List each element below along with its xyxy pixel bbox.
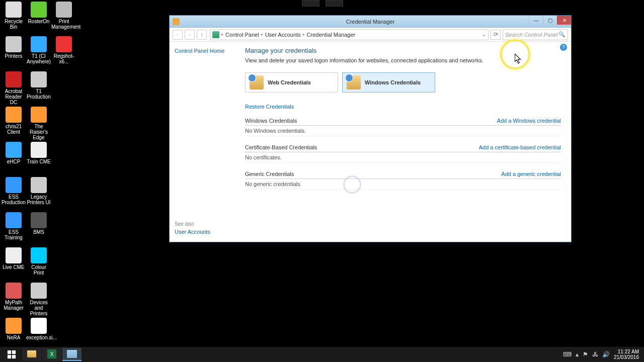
desktop-icon[interactable]: Acrobat Reader DC — [1, 71, 26, 105]
desktop-icon[interactable]: RosterOn — [26, 2, 51, 24]
tab-web-credentials[interactable]: Web Credentials — [245, 72, 338, 93]
windows-credentials-icon — [347, 75, 361, 89]
icon-label: RosterOn — [26, 19, 51, 24]
search-input[interactable]: Search Control Panel 🔍 — [503, 29, 568, 40]
control-panel-home-link[interactable]: Control Panel Home — [175, 48, 230, 54]
credential-manager-window: Credential Manager — ▢ ✕ ← → ↑ ▸ Control… — [169, 15, 572, 242]
desktop-icon[interactable]: Recycle Bin — [1, 2, 26, 30]
desktop-icon[interactable]: NeRA — [1, 318, 26, 340]
close-button[interactable]: ✕ — [557, 16, 571, 25]
back-button[interactable]: ← — [173, 30, 183, 40]
date: 21/03/2016 — [614, 354, 639, 360]
network-icon[interactable]: 🖧 — [592, 351, 598, 358]
desktop-icon[interactable]: Legacy Printers UI — [26, 177, 51, 205]
desktop-icon[interactable]: Colour Print — [26, 247, 51, 276]
svg-rect-2 — [8, 355, 11, 358]
icon-label: ESS Training — [1, 229, 26, 240]
time: 11:22 AM — [614, 349, 639, 354]
desktop-icon[interactable]: T1 Production — [26, 71, 51, 100]
crumb-control-panel[interactable]: Control Panel — [225, 32, 259, 38]
desktop-icon[interactable]: chris21 Client — [1, 107, 26, 135]
icon-label: ESS Production — [1, 194, 26, 205]
app-icon — [6, 212, 22, 228]
empty-message: No certificates. — [245, 152, 561, 163]
desktop-icon[interactable]: Regshot-x6... — [51, 36, 76, 64]
tray-up-icon[interactable]: ▴ — [576, 351, 579, 358]
crumb-credential-manager[interactable]: Credential Manager — [307, 32, 356, 38]
desktop-icon[interactable]: MyPath Manager — [1, 283, 26, 311]
desktop-icon[interactable]: Devices and Printers — [26, 283, 51, 316]
credential-section: Generic CredentialsAdd a generic credent… — [245, 171, 561, 190]
icon-label: Recycle Bin — [1, 19, 26, 30]
taskbar-excel[interactable]: X — [42, 348, 61, 361]
desktop-icon[interactable]: exception.si... — [26, 318, 51, 340]
app-icon — [31, 142, 47, 158]
keyboard-icon[interactable]: ⌨ — [563, 351, 572, 358]
action-center-icon[interactable]: ⚑ — [583, 351, 588, 358]
section-name: Generic Credentials — [245, 171, 294, 177]
add-credential-link[interactable]: Add a generic credential — [501, 171, 561, 177]
desktop-icon[interactable]: BMS — [26, 212, 51, 235]
up-button[interactable]: ↑ — [197, 30, 207, 40]
add-credential-link[interactable]: Add a Windows credential — [497, 118, 561, 124]
tab-label: Windows Credentials — [365, 79, 421, 85]
tab-windows-credentials[interactable]: Windows Credentials — [342, 72, 435, 93]
desktop-icon[interactable]: Print Management — [51, 2, 76, 30]
section-name: Certificate-Based Credentials — [245, 144, 317, 150]
search-placeholder: Search Control Panel — [505, 32, 558, 38]
titlebar[interactable]: Credential Manager — ▢ ✕ — [170, 16, 571, 28]
main-panel: ? Manage your credentials View and delet… — [235, 42, 571, 242]
refresh-button[interactable]: ⟳ — [491, 30, 501, 40]
desktop-icon[interactable]: ESS Training — [1, 212, 26, 240]
system-tray: ⌨ ▴ ⚑ 🖧 🔊 11:22 AM 21/03/2016 — [563, 349, 642, 360]
see-also-label: See also — [175, 221, 194, 227]
add-credential-link[interactable]: Add a certificate-based credential — [479, 144, 561, 150]
icon-label: Legacy Printers UI — [26, 194, 51, 205]
restore-credentials-link[interactable]: Restore Credentials — [245, 104, 294, 110]
desktop-icon[interactable]: ESS Production — [1, 177, 26, 205]
desktop-icon[interactable]: T1 (CI Anywhere) — [26, 36, 51, 64]
crumb-user-accounts[interactable]: User Accounts — [265, 32, 301, 38]
forward-button[interactable]: → — [185, 30, 195, 40]
chevron-right-icon: ▸ — [303, 32, 305, 37]
top-handle: :::::::::: — [302, 0, 343, 7]
page-description: View and delete your saved logon informa… — [245, 57, 561, 63]
user-accounts-link[interactable]: User Accounts — [175, 229, 210, 235]
maximize-button[interactable]: ▢ — [543, 16, 557, 25]
web-credentials-icon — [250, 75, 264, 89]
desktop-icon[interactable]: Live CME — [1, 247, 26, 270]
app-icon — [6, 107, 22, 123]
chevron-right-icon: ▸ — [261, 32, 263, 37]
section-name: Windows Credentials — [245, 118, 297, 124]
empty-message: No generic credentials. — [245, 179, 561, 190]
volume-icon[interactable]: 🔊 — [602, 351, 610, 358]
app-icon — [31, 107, 47, 123]
nav-toolbar: ← → ↑ ▸ Control Panel ▸ User Accounts ▸ … — [170, 28, 571, 42]
start-button[interactable] — [2, 348, 21, 361]
app-icon — [6, 2, 22, 18]
icon-label: exception.si... — [26, 335, 51, 340]
icon-label: Live CME — [1, 264, 26, 270]
credential-section: Windows CredentialsAdd a Windows credent… — [245, 118, 561, 136]
icon-label: chris21 Client — [1, 124, 26, 135]
taskbar-explorer[interactable] — [22, 348, 41, 361]
control-panel-icon — [212, 31, 219, 38]
chevron-down-icon[interactable]: ⌄ — [481, 31, 486, 38]
app-icon — [31, 212, 47, 228]
help-icon[interactable]: ? — [560, 44, 567, 51]
taskbar-credential-manager[interactable] — [62, 348, 82, 361]
chevron-right-icon: ▸ — [221, 32, 223, 37]
app-icon — [31, 318, 47, 334]
icon-label: Acrobat Reader DC — [1, 88, 26, 105]
desktop-icon[interactable]: The Raiser's Edge — [26, 107, 51, 140]
icon-label: The Raiser's Edge — [26, 124, 51, 140]
desktop-icon[interactable]: Train CME — [26, 142, 51, 164]
app-icon — [6, 142, 22, 158]
app-icon — [31, 71, 47, 87]
clock[interactable]: 11:22 AM 21/03/2016 — [614, 349, 639, 360]
breadcrumb[interactable]: ▸ Control Panel ▸ User Accounts ▸ Creden… — [210, 29, 489, 40]
icon-label: T1 Production — [26, 88, 51, 100]
desktop-icon[interactable]: Printers — [1, 36, 26, 59]
desktop-icon[interactable]: eHCP — [1, 142, 26, 164]
minimize-button[interactable]: — — [529, 16, 543, 25]
